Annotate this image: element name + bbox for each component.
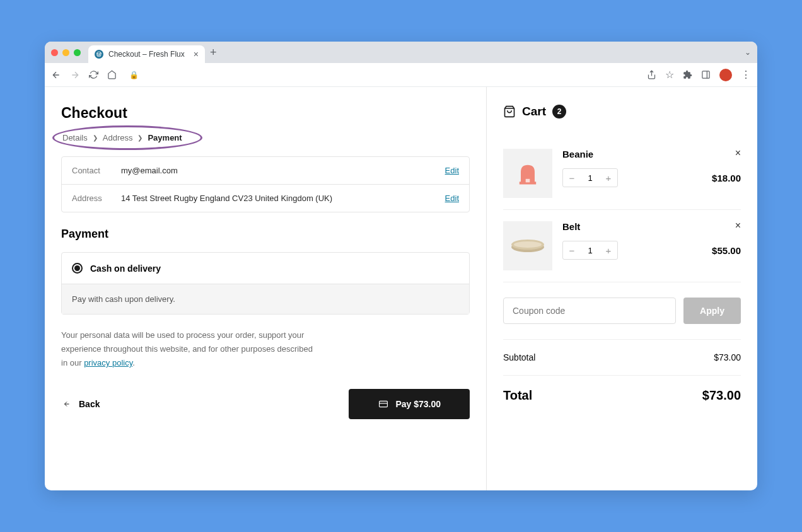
- browser-window: Checkout – Fresh Flux × + ⌄ 🔒 ☆ ⋮ Checko…: [45, 42, 757, 490]
- contact-row: Contact my@email.com Edit: [62, 157, 469, 184]
- address-value: 14 Test Street Rugby England CV23 United…: [121, 194, 445, 203]
- chevron-right-icon: ❯: [137, 134, 142, 141]
- pay-button[interactable]: Pay $73.00: [349, 389, 470, 419]
- product-name: Beanie: [562, 149, 741, 159]
- address-label: Address: [72, 194, 121, 203]
- payment-option-description: Pay with cash upon delivery.: [62, 284, 469, 314]
- checkout-actions: Back Pay $73.00: [61, 389, 470, 419]
- home-icon[interactable]: [107, 70, 117, 79]
- tab-title: Checkout – Fresh Flux: [108, 50, 185, 59]
- total-value: $73.00: [702, 388, 741, 403]
- product-price: $55.00: [712, 245, 741, 256]
- product-name: Belt: [562, 221, 741, 232]
- payment-option-label: Cash on delivery: [90, 263, 161, 274]
- total-row: Total $73.00: [503, 376, 741, 415]
- window-controls: [51, 49, 81, 56]
- new-tab-button[interactable]: +: [210, 46, 217, 59]
- contact-label: Contact: [72, 166, 121, 175]
- edit-contact-link[interactable]: Edit: [445, 166, 459, 175]
- wordpress-favicon-icon: [95, 50, 103, 59]
- credit-card-icon: [378, 400, 389, 408]
- tabs-dropdown-icon[interactable]: ⌄: [745, 48, 751, 57]
- tab-bar: Checkout – Fresh Flux × + ⌄: [45, 42, 757, 63]
- cart-column: Cart 2 Beanie − 1 + $18.00: [486, 87, 757, 490]
- bookmark-icon[interactable]: ☆: [665, 69, 674, 81]
- payment-methods-box: Cash on delivery Pay with cash upon deli…: [61, 252, 470, 315]
- address-row: Address 14 Test Street Rugby England CV2…: [62, 184, 469, 212]
- menu-icon[interactable]: ⋮: [741, 69, 751, 81]
- apply-coupon-button[interactable]: Apply: [683, 298, 741, 324]
- sidebar-icon[interactable]: [701, 70, 711, 79]
- cart-item: Beanie − 1 + $18.00 ×: [503, 137, 741, 210]
- extensions-icon[interactable]: [683, 70, 692, 79]
- qty-value: 1: [581, 246, 600, 255]
- subtotal-value: $73.00: [714, 352, 741, 362]
- profile-avatar[interactable]: [719, 69, 732, 81]
- svg-rect-2: [380, 402, 388, 407]
- privacy-policy-link[interactable]: privacy policy: [84, 358, 132, 367]
- subtotal-row: Subtotal $73.00: [503, 340, 741, 376]
- close-window-button[interactable]: [51, 49, 58, 56]
- back-icon[interactable]: [51, 70, 61, 80]
- contact-value: my@email.com: [121, 166, 445, 175]
- browser-toolbar: 🔒 ☆ ⋮: [45, 63, 757, 87]
- payment-option-cod[interactable]: Cash on delivery: [62, 253, 469, 284]
- svg-rect-4: [526, 179, 530, 183]
- chevron-right-icon: ❯: [93, 134, 98, 141]
- breadcrumb: Details ❯ Address ❯ Payment: [62, 133, 182, 142]
- subtotal-label: Subtotal: [503, 352, 535, 362]
- order-details-box: Contact my@email.com Edit Address 14 Tes…: [61, 156, 470, 212]
- minimize-window-button[interactable]: [62, 49, 69, 56]
- svg-point-7: [514, 241, 542, 248]
- forward-icon[interactable]: [70, 70, 80, 80]
- cart-header: Cart 2: [503, 105, 741, 119]
- product-image-belt: [503, 221, 552, 270]
- product-price: $18.00: [712, 173, 741, 183]
- page-content: Checkout Details ❯ Address ❯ Payment Con…: [45, 87, 757, 490]
- browser-tab[interactable]: Checkout – Fresh Flux ×: [88, 45, 205, 63]
- address-bar[interactable]: 🔒: [124, 71, 639, 79]
- payment-heading: Payment: [61, 228, 470, 241]
- quantity-stepper: − 1 +: [562, 168, 618, 187]
- qty-value: 1: [581, 173, 600, 183]
- privacy-notice: Your personal data will be used to proce…: [61, 328, 313, 370]
- cart-item: Belt − 1 + $55.00 ×: [503, 210, 741, 282]
- qty-increase-button[interactable]: +: [600, 241, 617, 259]
- arrow-left-icon: [61, 400, 73, 408]
- coupon-row: Apply: [503, 282, 741, 340]
- back-button[interactable]: Back: [61, 399, 100, 409]
- product-image-beanie: [503, 149, 552, 198]
- page-title: Checkout: [61, 105, 470, 122]
- qty-decrease-button[interactable]: −: [563, 169, 581, 187]
- share-icon[interactable]: [647, 70, 656, 79]
- lock-icon: 🔒: [129, 71, 139, 79]
- breadcrumb-address[interactable]: Address: [103, 133, 133, 142]
- breadcrumb-details[interactable]: Details: [62, 133, 88, 142]
- reload-icon[interactable]: [89, 70, 98, 79]
- shopping-bag-icon: [503, 105, 516, 119]
- coupon-input[interactable]: [503, 298, 676, 324]
- remove-item-button[interactable]: ×: [735, 220, 741, 231]
- qty-decrease-button[interactable]: −: [563, 241, 581, 259]
- close-tab-icon[interactable]: ×: [194, 49, 199, 59]
- remove-item-button[interactable]: ×: [735, 147, 741, 159]
- edit-address-link[interactable]: Edit: [445, 194, 459, 203]
- total-label: Total: [503, 388, 532, 403]
- cart-count-badge: 2: [552, 105, 566, 119]
- quantity-stepper: − 1 +: [562, 241, 618, 260]
- svg-rect-0: [702, 71, 709, 78]
- breadcrumb-payment: Payment: [148, 133, 182, 142]
- maximize-window-button[interactable]: [74, 49, 81, 56]
- cart-heading: Cart: [522, 105, 546, 119]
- checkout-column: Checkout Details ❯ Address ❯ Payment Con…: [45, 87, 486, 490]
- radio-selected-icon: [72, 263, 83, 274]
- qty-increase-button[interactable]: +: [600, 169, 617, 187]
